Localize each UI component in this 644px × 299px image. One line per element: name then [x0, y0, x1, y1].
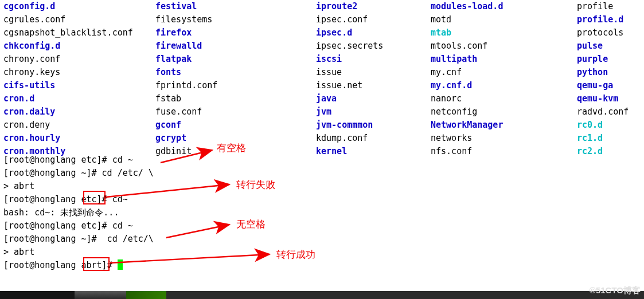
ls-entry: cifs-utils: [3, 79, 155, 92]
terminal-line: [root@honglang etc]# cd~: [3, 193, 154, 206]
ls-entry: issue: [316, 66, 431, 79]
ls-entry: firewalld: [155, 40, 316, 53]
terminal-line: [root@honglang abrt]#: [3, 259, 154, 272]
ls-entry: fstab: [155, 92, 316, 105]
ls-entry: mtab: [431, 26, 577, 40]
annotation-no-space: 无空格: [236, 219, 266, 229]
ls-entry: cron.daily: [3, 105, 155, 119]
ls-entry: fonts: [155, 66, 316, 79]
ls-entry: motd: [431, 13, 577, 26]
ls-entry: cron.d: [3, 92, 155, 105]
ls-entry: cron.deny: [3, 119, 155, 132]
cursor: [118, 259, 123, 270]
ls-entry: modules-load.d: [431, 0, 577, 13]
bottom-bar: [0, 291, 644, 299]
ls-entry: festival: [155, 0, 316, 13]
terminal-line: bash: cd~: 未找到命令...: [3, 206, 154, 219]
ls-entry: jvm: [316, 105, 431, 119]
ls-entry: java: [316, 92, 431, 105]
terminal-line: [root@honglang etc]# cd ~: [3, 154, 154, 167]
terminal-line: [root@honglang ~]# cd /etc/ \: [3, 167, 154, 180]
ls-entry: my.cnf.d: [431, 79, 577, 92]
terminal-line: > abrt: [3, 180, 154, 193]
ls-entry: ipsec.conf: [316, 13, 431, 26]
ls-entry: kdump.conf: [316, 132, 431, 145]
ls-col-3: modules-load.dmotdmtabmtools.confmultipa…: [431, 0, 577, 158]
ls-entry: my.cnf: [431, 66, 577, 79]
ls-entry: issue.net: [316, 79, 431, 92]
ls-entry: profile.d: [577, 13, 644, 26]
ls-entry: chrony.conf: [3, 53, 155, 66]
ls-entry: purple: [577, 53, 644, 66]
ls-entry: cron.hourly: [3, 132, 155, 145]
ls-entry: chkconfig.d: [3, 40, 155, 53]
ls-entry: NetworkManager: [431, 119, 577, 132]
ls-entry: networks: [431, 132, 577, 145]
ls-col-0: cgconfig.dcgrules.confcgsnapshot_blackli…: [3, 0, 155, 158]
ls-entry: qemu-ga: [577, 79, 644, 92]
ls-entry: filesystems: [155, 13, 316, 26]
ls-output: cgconfig.dcgrules.confcgsnapshot_blackli…: [3, 0, 644, 158]
terminal-line: > abrt: [3, 246, 154, 259]
ls-entry: nanorc: [431, 92, 577, 105]
ls-entry: multipath: [431, 53, 577, 66]
ls-entry: kernel: [316, 145, 431, 158]
annotation-fail: 转行失败: [236, 180, 275, 190]
ls-entry: rc2.d: [577, 145, 644, 158]
terminal-line: [root@honglang ~]# cd /etc/\: [3, 233, 154, 246]
ls-entry: jvm-commmon: [316, 119, 431, 132]
terminal-line: [root@honglang etc]# cd ~: [3, 219, 154, 233]
ls-entry: qemu-kvm: [577, 92, 644, 105]
ls-col-2: iproute2ipsec.confipsec.dipsec.secretsis…: [316, 0, 431, 158]
ls-col-4: profileprofile.dprotocolspulsepurplepyth…: [577, 0, 644, 158]
ls-entry: iproute2: [316, 0, 431, 13]
ls-entry: profile: [577, 0, 644, 13]
ls-entry: flatpak: [155, 53, 316, 66]
ls-entry: pulse: [577, 40, 644, 53]
ls-entry: cgsnapshot_blacklist.conf: [3, 26, 155, 40]
ls-entry: cgrules.conf: [3, 13, 155, 26]
annotation-has-space: 有空格: [217, 143, 246, 153]
ls-entry: rc0.d: [577, 119, 644, 132]
ls-entry: radvd.conf: [577, 105, 644, 119]
ls-entry: rc1.d: [577, 132, 644, 145]
ls-entry: cgconfig.d: [3, 0, 155, 13]
terminal-session[interactable]: [root@honglang etc]# cd ~[root@honglang …: [3, 154, 154, 272]
ls-entry: protocols: [577, 26, 644, 40]
ls-entry: gconf: [155, 119, 316, 132]
annotation-success: 转行成功: [276, 250, 315, 259]
ls-entry: chrony.keys: [3, 66, 155, 79]
ls-entry: firefox: [155, 26, 316, 40]
ls-entry: netconfig: [431, 105, 577, 119]
ls-col-1: festivalfilesystemsfirefoxfirewalldflatp…: [155, 0, 316, 158]
ls-entry: nfs.conf: [431, 145, 577, 158]
ls-entry: fuse.conf: [155, 105, 316, 119]
ls-entry: fprintd.conf: [155, 79, 316, 92]
ls-entry: ipsec.secrets: [316, 40, 431, 53]
ls-entry: iscsi: [316, 53, 431, 66]
ls-entry: ipsec.d: [316, 26, 431, 40]
ls-entry: mtools.conf: [431, 40, 577, 53]
ls-entry: python: [577, 66, 644, 79]
